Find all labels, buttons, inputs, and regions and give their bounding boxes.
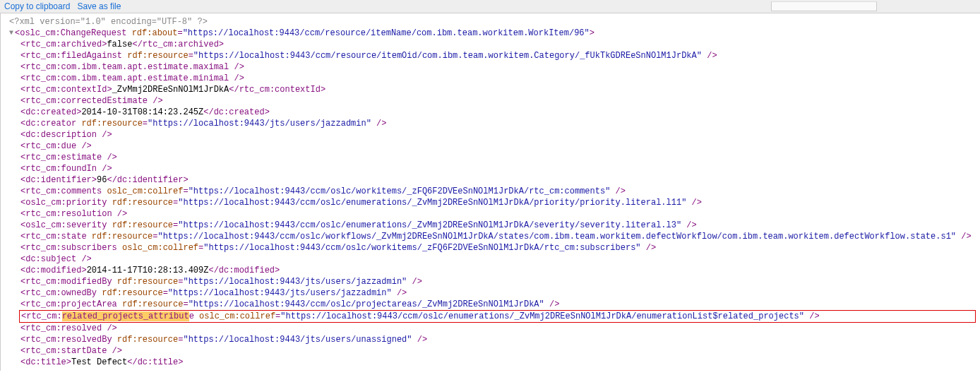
toolbar: Copy to clipboard Save as file bbox=[0, 0, 980, 13]
xml-element: <rtc_cm:resolution /> bbox=[4, 208, 976, 220]
xml-element: <dc:description /> bbox=[4, 129, 976, 141]
xml-element: <rtc_cm:ownedBy rdf:resource="https://lo… bbox=[4, 287, 976, 299]
xml-element: <rtc_cm:projectArea rdf:resource="https:… bbox=[4, 299, 976, 310]
xml-element: <rtc_cm:archived>false</rtc_cm:archived> bbox=[4, 39, 976, 50]
highlighted-tag-text: related_projects_attribut bbox=[62, 311, 189, 321]
xml-element: <dc:title>Test Defect</dc:title> bbox=[4, 357, 976, 368]
xml-element: <rtc_cm:subscribers oslc_cm:collref="htt… bbox=[4, 242, 976, 254]
xml-element: <rtc_cm:com.ibm.team.apt.estimate.minima… bbox=[4, 73, 976, 84]
xml-element: <rtc_cm:startDate /> bbox=[4, 345, 976, 357]
xml-element: <rtc_cm:comments oslc_cm:collref="https:… bbox=[4, 186, 976, 197]
root-element: ▼<oslc_cm:ChangeRequest rdf:about="https… bbox=[4, 28, 976, 39]
expand-toggle-icon[interactable]: ▼ bbox=[9, 28, 15, 39]
xml-element: <rtc_cm:estimate /> bbox=[4, 152, 976, 163]
tab-stub bbox=[771, 1, 877, 11]
xml-element: <rtc_cm:filedAgainst rdf:resource="https… bbox=[4, 50, 976, 61]
highlighted-related-projects-line: <rtc_cm:related_projects_attribute oslc_… bbox=[19, 310, 976, 323]
xml-viewer: <?xml version="1.0" encoding="UTF-8" ?> … bbox=[1, 13, 980, 371]
xml-element: <rtc_cm:com.ibm.team.apt.estimate.maxima… bbox=[4, 61, 976, 73]
xml-element: <dc:created>2014-10-31T08:14:23.245Z</dc… bbox=[4, 107, 976, 118]
xml-element: <rtc_cm:correctedEstimate /> bbox=[4, 95, 976, 107]
xml-element: <dc:subject /> bbox=[4, 254, 976, 265]
xml-element: <rtc_cm:resolved /> bbox=[4, 323, 976, 334]
xml-element: <rtc_cm:resolvedBy rdf:resource="https:/… bbox=[4, 334, 976, 345]
xml-element: <dc:modified>2014-11-17T10:28:13.409Z</d… bbox=[4, 265, 976, 276]
xml-processing-instruction: <?xml version="1.0" encoding="UTF-8" ?> bbox=[4, 16, 976, 28]
xml-element: <oslc_cm:severity rdf:resource="https://… bbox=[4, 220, 976, 231]
xml-element: <rtc_cm:state rdf:resource="https://loca… bbox=[4, 231, 976, 242]
xml-element: <rtc_cm:contextId>_ZvMmj2DREeSnNOlM1JrDk… bbox=[4, 84, 976, 95]
copy-to-clipboard-link[interactable]: Copy to clipboard bbox=[4, 1, 70, 11]
xml-element: <rtc_cm:modifiedBy rdf:resource="https:/… bbox=[4, 276, 976, 287]
xml-element: <rtc_cm:due /> bbox=[4, 141, 976, 152]
toolbar-left: Copy to clipboard Save as file bbox=[4, 1, 121, 11]
xml-element: <dc:creator rdf:resource="https://localh… bbox=[4, 118, 976, 129]
save-as-file-link[interactable]: Save as file bbox=[77, 1, 121, 11]
xml-element: <oslc_cm:priority rdf:resource="https://… bbox=[4, 197, 976, 208]
xml-element: <dc:identifier>96</dc:identifier> bbox=[4, 174, 976, 186]
xml-element: <rtc_cm:foundIn /> bbox=[4, 163, 976, 174]
